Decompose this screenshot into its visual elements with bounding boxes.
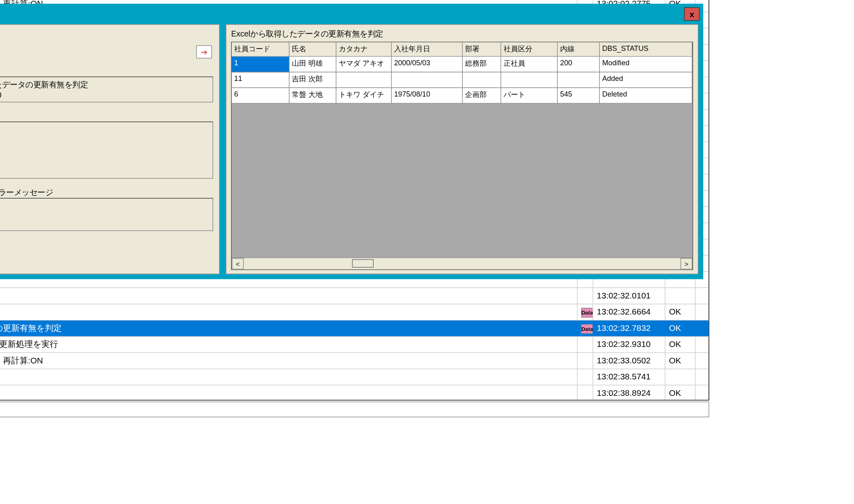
gcell-ext[interactable] <box>558 73 600 88</box>
cell-time: 13:02:32.7832 <box>593 321 666 336</box>
gcell-code[interactable]: 6 <box>232 88 289 104</box>
gcell-hire[interactable]: 1975/08/10 <box>392 88 463 104</box>
grid-row[interactable]: 1山田 明雄ヤマダ アキオ2000/05/03総務部正社員200Modified <box>232 57 692 73</box>
cell-time: 13:02:32.6664 <box>593 304 666 320</box>
data-badge-icon: Data <box>581 324 593 334</box>
gcol-status[interactable]: DBS_STATUS <box>600 42 692 57</box>
grid-hscroll[interactable]: < > <box>232 258 692 270</box>
gcell-name[interactable]: 山田 明雄 <box>289 57 336 73</box>
cell-proc: Excelから更新内容を取得 <box>0 304 578 320</box>
gcell-hire[interactable]: 2000/05/03 <box>392 57 463 73</box>
cell-time: 13:02:32.9310 <box>593 337 666 353</box>
cell-time: 13:02:33.0502 <box>593 353 666 369</box>
grid-title: Excelから取得したデータの更新有無を判定 <box>231 28 693 39</box>
net-error-box <box>0 198 213 231</box>
gcell-kana[interactable]: トキワ ダイチ <box>336 88 392 104</box>
gcell-hire[interactable] <box>392 73 463 88</box>
cell-result <box>666 369 696 385</box>
cell-result: OK <box>666 321 696 336</box>
gcell-dept[interactable] <box>463 73 501 88</box>
log-row[interactable]: Excelの再計算設定を復旧します。 再計算:ON13:02:33.0502OK <box>0 353 709 369</box>
cell-icon <box>578 369 593 385</box>
gcell-ext[interactable]: 200 <box>558 57 600 73</box>
cell-proc: ローカルデータテーブルの更新処理を実行 <box>0 337 578 353</box>
gcell-status[interactable]: Modified <box>600 57 692 73</box>
gcell-name[interactable]: 常盤 大地 <box>289 88 336 104</box>
grid-row[interactable]: 6常盤 大地トキワ ダイチ1975/08/10企画部パート545Deleted <box>232 88 692 104</box>
cell-icon <box>578 288 593 304</box>
gcell-kana[interactable]: ヤマダ アキオ <box>336 57 392 73</box>
cell-result: OK <box>666 353 696 369</box>
scroll-track[interactable] <box>244 258 680 270</box>
log-comment-box: Excelから取得したデータの更新有無を判定 NR_TSK10300_30 <box>0 77 213 103</box>
gcol-dept[interactable]: 部署 <box>463 42 501 57</box>
log-comment-label: ログコメント: <box>0 66 213 77</box>
gcol-code[interactable]: 社員コード <box>232 42 289 57</box>
gcell-name[interactable]: 吉田 次郎 <box>289 73 336 88</box>
arrow-right-button[interactable]: ➔ <box>196 45 212 58</box>
cell-time: 13:02:38.5741 <box>593 369 666 385</box>
gcell-kana[interactable] <box>336 73 392 88</box>
gcell-ext[interactable]: 545 <box>558 88 600 104</box>
gcell-code[interactable]: 1 <box>232 57 289 73</box>
log-row[interactable]: dbSheetClient実行版終了13:02:38.8924OK <box>0 385 709 401</box>
dialog-close-button[interactable]: x <box>684 8 700 21</box>
cell-time: 13:02:38.8924 <box>593 385 666 401</box>
gcol-ext[interactable]: 内線 <box>558 42 600 57</box>
gcell-code[interactable]: 11 <box>232 73 289 88</box>
grid-row[interactable]: 11吉田 次郎Added <box>232 73 692 88</box>
scroll-thumb[interactable] <box>352 259 374 268</box>
gcell-class[interactable] <box>501 73 558 88</box>
dialog-left-panel: OK ➔ ログコメント: Excelから取得したデータの更新有無を判定 NR_T… <box>0 24 220 274</box>
cell-icon: Data <box>578 321 593 336</box>
gcell-status[interactable]: Added <box>600 73 692 88</box>
cell-result: OK <box>666 304 696 320</box>
gcell-class[interactable]: パート <box>501 88 558 104</box>
cell-icon <box>578 385 593 401</box>
gcell-class[interactable]: 正社員 <box>501 57 558 73</box>
gcell-dept[interactable]: 総務部 <box>463 57 501 73</box>
cell-proc: Excelの再計算設定を復旧します。 再計算:ON <box>0 353 578 369</box>
data-badge-icon: Data <box>581 308 593 318</box>
log-row[interactable]: Excelから更新内容を取得Data13:02:32.6664OK <box>0 304 709 321</box>
data-grid: 社員コード 氏名 カタカナ 入社年月日 部署 社員区分 内線 DBS_STATU… <box>231 42 693 270</box>
gcol-kana[interactable]: カタカナ <box>336 42 392 57</box>
net-error-label: .NET Frameworkエラーメッセージ <box>0 187 213 198</box>
log-row[interactable]: 終了ボタンクリック13:02:38.5741 <box>0 369 709 386</box>
gcol-name[interactable]: 氏名 <box>289 42 336 57</box>
gcell-dept[interactable]: 企画部 <box>463 88 501 104</box>
comment-line-1: Excelから取得したデータの更新有無を判定 <box>0 80 209 91</box>
cell-time: 13:02:32.0101 <box>593 288 666 304</box>
scroll-left-button[interactable]: < <box>232 258 244 270</box>
cell-result <box>666 288 696 304</box>
cell-result: OK <box>666 337 696 353</box>
grid-header: 社員コード 氏名 カタカナ 入社年月日 部署 社員区分 内線 DBS_STATU… <box>232 42 692 57</box>
cell-icon <box>578 337 593 353</box>
cell-icon <box>578 353 593 369</box>
cell-icon: Data <box>578 304 593 320</box>
gcol-class[interactable]: 社員区分 <box>501 42 558 57</box>
scroll-right-button[interactable]: > <box>680 258 692 270</box>
cell-result: OK <box>666 385 696 401</box>
error-msg-label: エラーメッセージ <box>0 111 213 122</box>
gcol-hire[interactable]: 入社年月日 <box>392 42 463 57</box>
dialog-right-panel: Excelから取得したデータの更新有無を判定 社員コード 氏名 カタカナ 入社年… <box>226 24 698 274</box>
dialog-titlebar: ログ表示 x <box>0 5 702 23</box>
error-msg-box <box>0 122 213 179</box>
log-dialog: ログ表示 x OK ➔ ログコメント: Excelから取得したデータの更新有無を… <box>0 4 703 279</box>
status-bar <box>0 402 709 417</box>
comment-line-2: NR_TSK10300_30 <box>0 91 209 100</box>
gcell-status[interactable]: Deleted <box>600 88 692 104</box>
cell-proc: 終了ボタンクリック <box>0 369 578 385</box>
log-row[interactable]: タスク処理実行13:02:32.0101 <box>0 288 709 304</box>
cell-proc: Excelから取得したデータの更新有無を判定 <box>0 321 578 336</box>
log-row[interactable]: ローカルデータテーブルの更新処理を実行13:02:32.9310OK <box>0 337 709 353</box>
grid-rows: 1山田 明雄ヤマダ アキオ2000/05/03総務部正社員200Modified… <box>232 57 692 258</box>
main-window: dbSheetClient 2018 Runtime Monitor x 💾 ⌫… <box>0 0 712 420</box>
cell-proc: dbSheetClient実行版終了 <box>0 385 578 401</box>
log-row[interactable]: Excelから取得したデータの更新有無を判定Data13:02:32.7832O… <box>0 321 709 337</box>
cell-proc: タスク処理実行 <box>0 288 578 304</box>
